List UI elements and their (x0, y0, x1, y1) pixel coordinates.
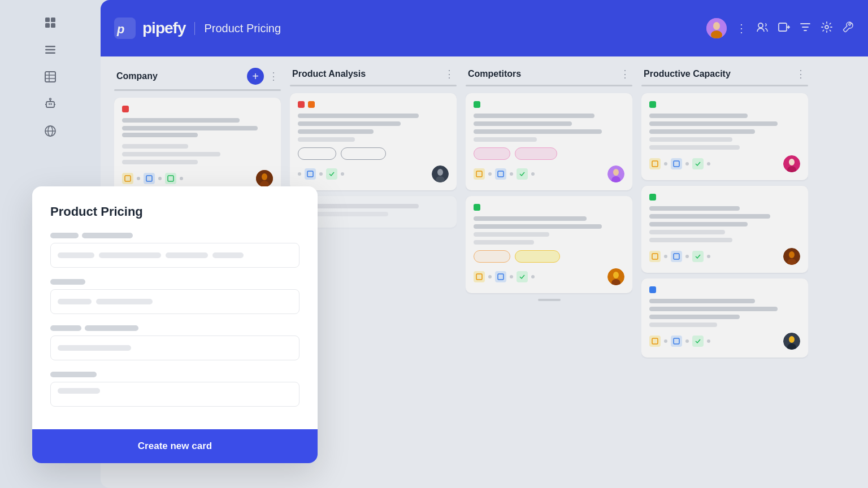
input-placeholder (166, 252, 208, 258)
form-label-4 (50, 372, 300, 377)
form-field-4 (50, 372, 300, 407)
label-bar (50, 233, 79, 238)
form-field-2 (50, 279, 300, 314)
form-label-3 (50, 325, 300, 331)
input-placeholder (58, 388, 100, 394)
modal-footer: Create new card (32, 429, 318, 463)
label-bar (85, 325, 138, 331)
form-field-3 (50, 325, 300, 360)
input-placeholder (58, 299, 92, 304)
label-bar (82, 233, 133, 238)
input-placeholder (212, 252, 244, 258)
label-bar (50, 325, 81, 331)
create-new-card-button[interactable]: Create new card (50, 441, 300, 452)
input-placeholder (99, 252, 161, 258)
form-label-1 (50, 233, 300, 238)
form-input-1[interactable] (50, 243, 300, 268)
label-bar (50, 279, 85, 285)
form-input-2[interactable] (50, 289, 300, 314)
form-field-1 (50, 233, 300, 268)
create-card-modal: Product Pricing (32, 186, 318, 463)
form-input-4[interactable] (50, 382, 300, 407)
input-placeholder (58, 252, 94, 258)
input-placeholder (96, 299, 153, 304)
form-label-2 (50, 279, 300, 285)
label-bar (50, 372, 97, 377)
input-placeholder (58, 345, 131, 351)
modal-body: Product Pricing (32, 186, 318, 418)
form-input-3[interactable] (50, 336, 300, 360)
modal-title: Product Pricing (50, 204, 300, 219)
